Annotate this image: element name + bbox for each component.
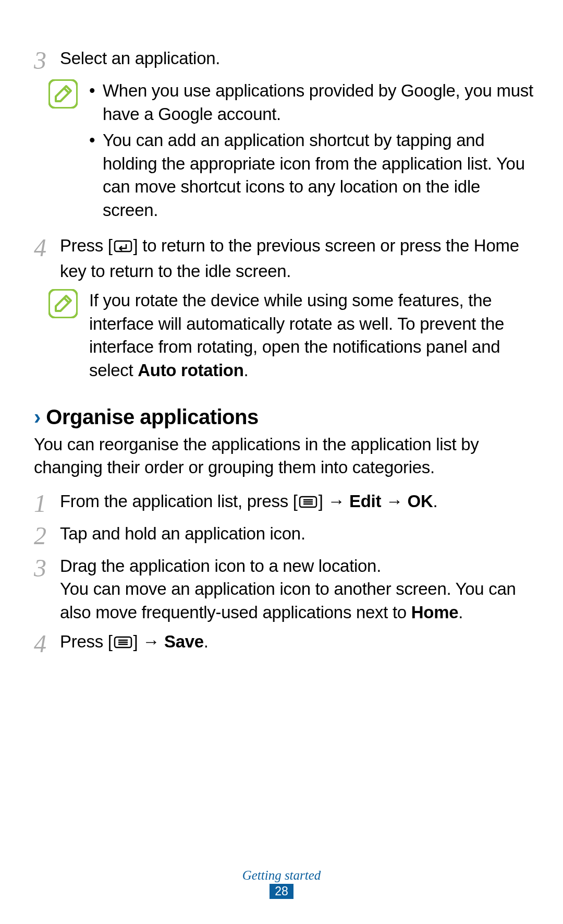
step-number: 4	[34, 630, 60, 656]
menu-key-icon	[114, 632, 132, 656]
text-fragment: Press [	[60, 632, 113, 651]
bold-term: Auto rotation	[138, 361, 243, 380]
step-4: 4 Press [] to return to the previous scr…	[34, 234, 534, 283]
chevron-icon: ›	[34, 405, 41, 429]
text-fragment: ]	[319, 491, 328, 511]
note-pencil-icon	[48, 289, 78, 318]
step-text: Press [] → Save.	[60, 630, 534, 656]
arrow-icon: →	[327, 491, 345, 511]
back-key-icon	[114, 236, 132, 260]
section-heading: › Organise applications	[34, 405, 534, 429]
step-number: 4	[34, 234, 60, 283]
section-title: Organise applications	[46, 405, 258, 429]
menu-key-icon	[299, 492, 317, 515]
text-fragment: .	[433, 491, 437, 511]
step-number: 1	[34, 490, 60, 516]
note-bullet: When you use applications provided by Go…	[89, 79, 534, 126]
step-text: From the application list, press [] → Ed…	[60, 490, 534, 516]
text-fragment: From the application list, press [	[60, 491, 298, 511]
arrow-icon: →	[142, 632, 160, 651]
step-3: 3 Select an application.	[34, 47, 534, 73]
step-text: Press [] to return to the previous scree…	[60, 234, 534, 283]
text-fragment: ]	[133, 632, 143, 651]
text-line: Drag the application icon to a new locat…	[60, 556, 381, 575]
bold-term: Home	[411, 603, 459, 622]
arrow-icon: →	[386, 491, 403, 511]
step-text: Tap and hold an application icon.	[60, 522, 534, 548]
text-fragment: .	[244, 361, 249, 380]
org-step-3: 3 Drag the application icon to a new loc…	[34, 555, 534, 625]
step-text: Select an application.	[60, 47, 534, 73]
note-pencil-icon	[48, 79, 78, 109]
text-fragment: Press [	[60, 236, 113, 255]
note-bullet: You can add an application shortcut by t…	[89, 129, 534, 222]
bold-term: OK	[403, 491, 433, 511]
manual-page: 3 Select an application. When you use ap…	[0, 0, 563, 924]
footer-section-label: Getting started	[0, 868, 563, 883]
bold-term: Save	[160, 632, 204, 651]
step-number: 3	[34, 47, 60, 73]
note-body: If you rotate the device while using som…	[89, 289, 534, 382]
org-step-4: 4 Press [] → Save.	[34, 630, 534, 656]
section-intro: You can reorganise the applications in t…	[34, 433, 534, 479]
step-number: 3	[34, 555, 60, 625]
step-text: Drag the application icon to a new locat…	[60, 555, 534, 625]
page-number: 28	[270, 884, 293, 899]
page-footer: Getting started 28	[0, 868, 563, 899]
step-number: 2	[34, 522, 60, 548]
note-block-1: When you use applications provided by Go…	[48, 79, 534, 225]
org-step-2: 2 Tap and hold an application icon.	[34, 522, 534, 548]
text-fragment: .	[458, 603, 463, 622]
org-step-1: 1 From the application list, press [] → …	[34, 490, 534, 516]
text-fragment: .	[204, 632, 209, 651]
bold-term: Edit	[345, 491, 386, 511]
note-block-2: If you rotate the device while using som…	[48, 289, 534, 382]
note-body: When you use applications provided by Go…	[89, 79, 534, 225]
